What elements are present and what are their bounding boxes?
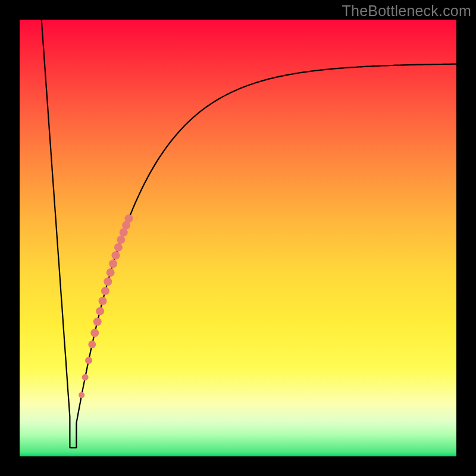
highlight-dot [104,277,112,286]
chart-svg [20,20,456,456]
highlight-dot [90,329,99,337]
highlight-dot [120,228,128,237]
highlight-dot [125,214,133,223]
highlight-dot [79,392,84,398]
plot-area [20,20,456,456]
bottleneck-curve [42,20,456,447]
highlight-dot [85,357,92,364]
highlight-dot [114,243,123,252]
chart-frame: TheBottleneck.com [0,0,476,476]
highlight-dot [96,307,104,315]
highlight-dot [101,287,109,295]
highlight-dot [112,251,120,259]
highlight-dot [88,340,96,348]
highlight-dot [117,236,125,244]
highlight-dot [82,374,89,381]
highlight-dot [93,318,102,326]
highlight-dot [107,268,115,277]
watermark-text: TheBottleneck.com [342,2,471,20]
highlight-dot [99,297,107,305]
highlight-dot [109,259,117,268]
